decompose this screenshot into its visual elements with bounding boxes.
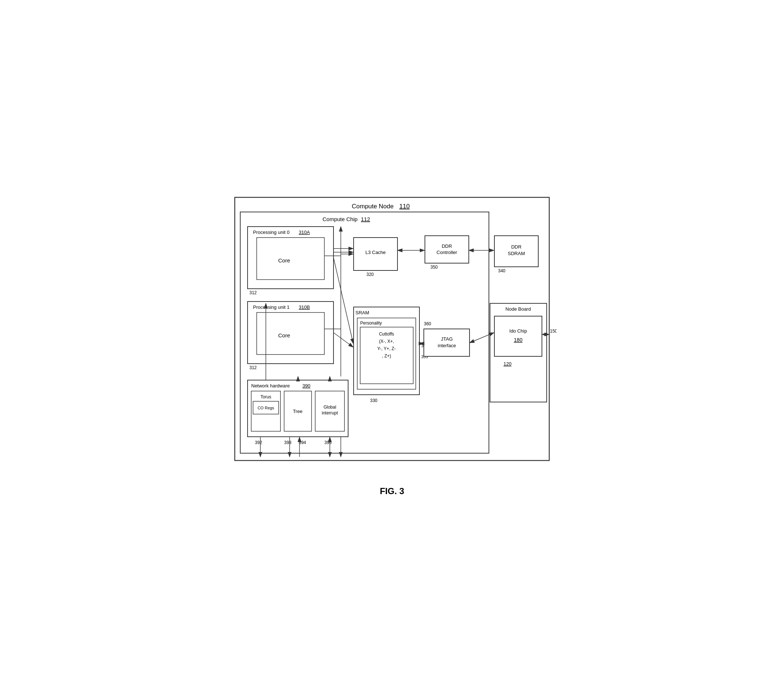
ido-chip-ref-text: 180 xyxy=(514,337,522,343)
jtag-ref-text: 360 xyxy=(424,321,431,327)
ddr-sdram-ref-text: 340 xyxy=(498,268,505,273)
l3-label: L3 Cache xyxy=(365,250,386,255)
fig-title-text: FIG. 3 xyxy=(380,486,404,497)
node-board-label-text: Node Board xyxy=(505,306,530,312)
cuttoffs-label-text: Cuttoffs xyxy=(379,332,394,336)
pu1-refnum: 312 xyxy=(249,365,257,370)
compute-chip-ref-text: 112 xyxy=(361,216,370,222)
ido-chip-label-text: Ido Chip xyxy=(509,328,527,334)
tree-label-text: Tree xyxy=(293,408,303,414)
ref-396-text: 396 xyxy=(324,440,332,445)
pu1-label: Processing unit 1 xyxy=(253,304,290,310)
compute-node-ref-text: 110 xyxy=(399,203,409,210)
compute-node-text: Compute Node xyxy=(352,203,393,210)
co-regs-label-text: CO Regs xyxy=(257,406,274,410)
ddr-sdram-label2: SDRAM xyxy=(508,251,525,256)
global-int-label1: Global xyxy=(324,405,336,410)
core0-label: Core xyxy=(278,257,290,263)
ref-398-text: 398 xyxy=(284,440,291,445)
core1-label: Core xyxy=(278,332,290,338)
pu0-refnum: 312 xyxy=(249,290,257,295)
cuttoffs-y-text: Y-, Y+, Z- xyxy=(377,346,396,351)
ddr-ctrl-ref: 350 xyxy=(430,265,438,270)
cuttoffs-x-text: (X-, X+, xyxy=(379,339,394,344)
node-board-ref-text: 120 xyxy=(504,361,512,367)
svg-rect-21 xyxy=(494,316,542,356)
outer-ref-150: 150 xyxy=(550,328,556,334)
pu0-label: Processing unit 0 xyxy=(253,230,290,235)
svg-rect-10 xyxy=(257,238,324,279)
l3-ref: 320 xyxy=(367,272,374,277)
ref-394-text: 394 xyxy=(299,440,306,445)
torus-label-text: Torus xyxy=(260,394,271,400)
compute-chip-text: Compute Chip xyxy=(322,216,358,222)
net-hw-label-text: Network hardware xyxy=(251,383,290,389)
sram-ref-text: 330 xyxy=(370,398,377,403)
ref-392-text: 392 xyxy=(255,440,262,445)
pu0-ref: 310A xyxy=(299,230,310,235)
jtag-label2-text: interface xyxy=(438,343,456,348)
ddr-ctrl-label2: Controller xyxy=(437,250,457,255)
jtag-label-text: JTAG xyxy=(441,336,453,342)
main-diagram-svg: Compute Node 110 Compute Chip 112 Proces… xyxy=(228,190,556,482)
global-int-label2: interrupt xyxy=(322,410,338,416)
net-hw-ref-text: 390 xyxy=(303,383,311,389)
svg-rect-12 xyxy=(257,312,324,354)
sram-label-text: SRAM xyxy=(355,310,369,315)
pu1-ref: 310B xyxy=(299,304,310,310)
svg-page: Compute Node 110 Compute Chip 112 Proces… xyxy=(228,190,556,497)
ddr-sdram-label1: DDR xyxy=(511,244,521,250)
cuttoffs-z-text: , Z+) xyxy=(382,353,391,359)
ddr-ctrl-label: DDR xyxy=(442,243,452,249)
personality-label-text: Personality xyxy=(360,320,382,326)
